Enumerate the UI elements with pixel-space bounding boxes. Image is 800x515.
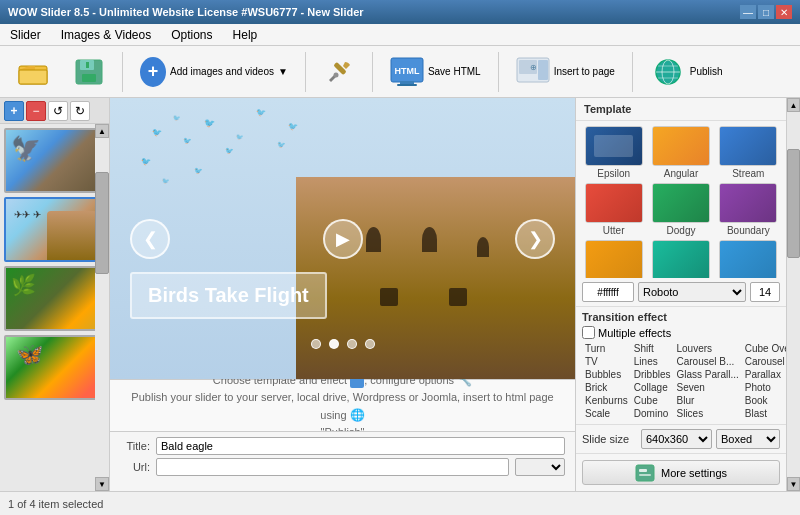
template-epsilon-thumb — [585, 126, 643, 166]
trans-slices[interactable]: Slices — [674, 407, 742, 420]
slide-size-select[interactable]: 640x360 800x450 1000x563 — [641, 429, 712, 449]
add-images-icon: + — [140, 59, 166, 85]
dot-2[interactable] — [329, 339, 339, 349]
slide-style-select[interactable]: Boxed Full width — [716, 429, 780, 449]
open-button[interactable] — [8, 53, 58, 91]
close-button[interactable]: ✕ — [776, 5, 792, 19]
slider-preview: 🐦 🐦 🐦 🐦 🐦 🐦 🐦 🐦 🐦 🐦 🐦 🐦 — [110, 98, 575, 379]
dot-4[interactable] — [365, 339, 375, 349]
scroll-up-button[interactable]: ▲ — [95, 124, 109, 138]
trans-lines[interactable]: Lines — [631, 355, 674, 368]
nav-next-button[interactable]: ❯ — [515, 219, 555, 259]
maximize-button[interactable]: □ — [758, 5, 774, 19]
trans-carouselb[interactable]: Carousel B... — [674, 355, 742, 368]
save-local-button[interactable] — [64, 53, 114, 91]
slide-list-scroll: 🦅 ✈✈ ✈ 🌿 — [0, 124, 109, 491]
save-html-icon: HTML — [390, 57, 424, 87]
template-utter[interactable]: Utter — [582, 183, 645, 236]
template-zippy[interactable]: Zippy — [649, 240, 712, 278]
template-rhomb-thumb — [585, 240, 643, 278]
more-settings-button[interactable]: More settings — [582, 460, 780, 485]
redo-slide-button[interactable]: ↻ — [70, 101, 90, 121]
url-input[interactable] — [156, 458, 509, 476]
menu-help[interactable]: Help — [229, 27, 262, 43]
trans-turn[interactable]: Turn — [582, 342, 631, 355]
svg-rect-21 — [636, 465, 654, 481]
add-slide-button[interactable]: + — [4, 101, 24, 121]
scroll-thumb[interactable] — [95, 172, 109, 274]
insert-to-page-button[interactable]: ⊕ Insert to page — [507, 52, 624, 92]
castle-window-3 — [477, 237, 489, 257]
template-dodgy[interactable]: Dodgy — [649, 183, 712, 236]
trans-scale[interactable]: Scale — [582, 407, 631, 420]
svg-rect-23 — [639, 474, 651, 476]
template-boundary[interactable]: Boundary — [717, 183, 780, 236]
trans-bubbles[interactable]: Bubbles — [582, 368, 631, 381]
title-input[interactable] — [156, 437, 565, 455]
multiple-effects-checkbox[interactable] — [582, 326, 595, 339]
remove-slide-button[interactable]: − — [26, 101, 46, 121]
publish-button[interactable]: Publish — [641, 52, 732, 92]
menu-slider[interactable]: Slider — [6, 27, 45, 43]
template-epsilon[interactable]: Epsilon — [582, 126, 645, 179]
template-stream[interactable]: Stream — [717, 126, 780, 179]
template-convex[interactable]: Convex — [717, 240, 780, 278]
font-color-picker[interactable]: #ffffff — [582, 282, 634, 302]
dot-1[interactable] — [311, 339, 321, 349]
right-panel-content: Template Epsilon — [576, 98, 786, 491]
menu-images-videos[interactable]: Images & Videos — [57, 27, 156, 43]
trans-cubeover[interactable]: Cube Over — [742, 342, 786, 355]
nav-play-button[interactable]: ▶ — [323, 219, 363, 259]
trans-shift[interactable]: Shift — [631, 342, 674, 355]
template-rhomb[interactable]: Rhomb — [582, 240, 645, 278]
slide-thumb-2[interactable]: ✈✈ ✈ — [4, 197, 95, 262]
nav-prev-button[interactable]: ❮ — [130, 219, 170, 259]
svg-text:⊕: ⊕ — [529, 63, 536, 72]
trans-seven[interactable]: Seven — [674, 381, 742, 394]
trans-dribbles[interactable]: Dribbles — [631, 368, 674, 381]
trans-tv[interactable]: TV — [582, 355, 631, 368]
trans-blast[interactable]: Blast — [742, 407, 786, 420]
right-scroll-thumb[interactable] — [787, 149, 800, 259]
slide-thumb-1[interactable]: 🦅 — [4, 128, 95, 193]
multiple-effects-label[interactable]: Multiple effects — [582, 326, 780, 339]
multiple-effects-text: Multiple effects — [598, 327, 671, 339]
menu-options[interactable]: Options — [167, 27, 216, 43]
add-images-dropdown-icon[interactable]: ▼ — [278, 66, 288, 77]
template-angular[interactable]: Angular — [649, 126, 712, 179]
scroll-down-button[interactable]: ▼ — [95, 477, 109, 491]
add-images-button[interactable]: + Add images and videos ▼ — [131, 54, 297, 90]
slider-dots — [311, 339, 375, 349]
slide-thumb-4[interactable]: 🦋 — [4, 335, 95, 400]
trans-kenburns[interactable]: Kenburns — [582, 394, 631, 407]
right-panel: Template Epsilon — [575, 98, 800, 491]
minimize-button[interactable]: — — [740, 5, 756, 19]
trans-photo[interactable]: Photo — [742, 381, 786, 394]
right-scroll-up[interactable]: ▲ — [787, 98, 800, 112]
slide-list: 🦅 ✈✈ ✈ 🌿 — [0, 124, 95, 491]
trans-collage[interactable]: Collage — [631, 381, 674, 394]
font-size-input[interactable] — [750, 282, 780, 302]
trans-domino[interactable]: Domino — [631, 407, 674, 420]
slide-thumb-3[interactable]: 🌿 — [4, 266, 95, 331]
trans-brick[interactable]: Brick — [582, 381, 631, 394]
font-name-select[interactable]: Roboto Arial Georgia — [638, 282, 746, 302]
right-scroll-down[interactable]: ▼ — [787, 477, 800, 491]
trans-parallax[interactable]: Parallax — [742, 368, 786, 381]
settings-button[interactable] — [314, 53, 364, 91]
undo-slide-button[interactable]: ↺ — [48, 101, 68, 121]
trans-carousel[interactable]: Carousel — [742, 355, 786, 368]
status-text: 1 of 4 item selected — [8, 498, 103, 510]
trans-book[interactable]: Book — [742, 394, 786, 407]
trans-cube[interactable]: Cube — [631, 394, 674, 407]
trans-louvers[interactable]: Louvers — [674, 342, 742, 355]
url-target-select[interactable] — [515, 458, 565, 476]
save-html-button[interactable]: HTML Save HTML — [381, 52, 490, 92]
svg-rect-22 — [639, 469, 647, 472]
trans-blur[interactable]: Blur — [674, 394, 742, 407]
title-row: Title: — [120, 437, 565, 455]
template-zippy-thumb — [652, 240, 710, 278]
insert-label: Insert to page — [554, 66, 615, 77]
trans-glassparallax[interactable]: Glass Parall... — [674, 368, 742, 381]
dot-3[interactable] — [347, 339, 357, 349]
